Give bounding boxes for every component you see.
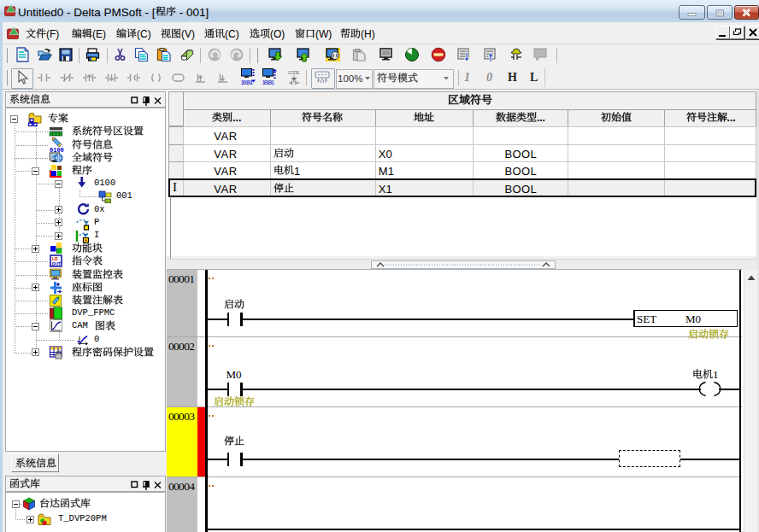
svg-text:10101: 10101 <box>262 79 274 86</box>
svg-text:CODE: CODE <box>288 70 300 75</box>
svg-text:10101: 10101 <box>241 79 254 86</box>
svg-text:OUT: OUT <box>52 261 62 266</box>
